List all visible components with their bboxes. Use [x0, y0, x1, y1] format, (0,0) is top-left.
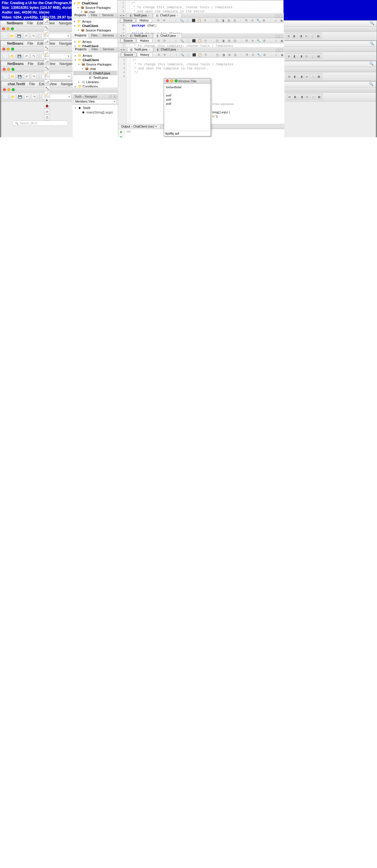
editor-tool-icon[interactable]: ⟲	[156, 18, 160, 22]
window-mode-button[interactable]: ◨	[299, 74, 303, 79]
tree-twisty[interactable]: ▸	[74, 20, 76, 23]
menu-netbeans[interactable]: NetBeans	[7, 41, 23, 45]
close-icon[interactable]: ×	[177, 14, 178, 17]
window-mode-button[interactable]: ◧	[292, 34, 297, 38]
editor-tab[interactable]: ◧ TestIt.java ×	[127, 47, 153, 52]
run-button[interactable]: 🔨	[44, 45, 50, 51]
panel-tab-files[interactable]: Files	[89, 47, 100, 52]
toolbar-button[interactable]: 📁	[10, 94, 16, 100]
editor-tool-icon[interactable]: ⚙	[262, 38, 266, 42]
tab-prev-icon[interactable]: ◀	[119, 34, 122, 37]
editor-tool-icon[interactable]: ⬛	[192, 18, 196, 22]
editor-tool-icon[interactable]: ⚙	[262, 18, 266, 22]
run-button[interactable]: ⏱	[44, 115, 50, 121]
toolbar-button[interactable]: 💾	[17, 53, 22, 59]
navigator-tree[interactable]: ▾ ◆ TestIt ◉ main(String[] args)	[72, 105, 118, 137]
minimize-icon[interactable]	[7, 88, 10, 91]
output-tab[interactable]: Output – ChatClient (run)×	[118, 124, 160, 129]
editor-tool-icon[interactable]: ◉	[280, 53, 284, 57]
editor-tool-icon[interactable]: ◫	[215, 18, 219, 22]
panel-tab-projects[interactable]: Projects	[72, 13, 88, 18]
editor-tool-icon[interactable]: ✓	[274, 18, 278, 22]
tree-twisty[interactable]: ▸	[74, 40, 77, 43]
tree-twisty[interactable]: ▾	[81, 67, 84, 70]
run-button[interactable]: ⎇	[44, 80, 50, 85]
tree-row[interactable]: ◉ main(String[] args)	[73, 110, 117, 114]
panel-tab-projects[interactable]: Projects	[72, 47, 89, 52]
menu-edit[interactable]: Edit	[38, 62, 44, 66]
window-mode-button[interactable]: ⊞	[287, 95, 292, 99]
editor-tool-icon[interactable]: ⊞	[227, 18, 231, 22]
tree-row[interactable]: ▸ 📁 Arrays	[72, 19, 117, 24]
editor-tab[interactable]: ◧ TestIt.java ×	[127, 33, 153, 38]
editor-tab[interactable]: ◧ ChatUI.java ×	[153, 13, 181, 18]
zoom-icon[interactable]	[11, 68, 14, 71]
window-mode-button[interactable]: ◫	[311, 95, 316, 99]
run-button[interactable]: ⎇	[44, 39, 50, 45]
editor-tool-icon[interactable]: ⟳	[162, 18, 166, 22]
panel-tab-files[interactable]: Files	[89, 33, 100, 38]
editor-tool-icon[interactable]: ↕	[174, 18, 178, 22]
close-icon[interactable]: ×	[148, 14, 149, 17]
editor-tool-icon[interactable]: 🔧	[256, 38, 261, 42]
menu-file[interactable]: File	[28, 62, 33, 66]
tree-row[interactable]: ◧ ChatUI.java	[73, 71, 117, 75]
toolbar-button[interactable]: 📁	[9, 33, 15, 39]
panel-tab-services[interactable]: Services	[100, 13, 116, 18]
panel-button[interactable]	[279, 35, 282, 38]
editor-tool-icon[interactable]: ◨	[221, 18, 225, 22]
tree-row[interactable]: ▸ 📁 Arrays	[73, 39, 117, 44]
tab-prev-icon[interactable]: ◀	[119, 48, 122, 51]
tree-row[interactable]: ▾ ◆ TestIt	[73, 105, 117, 110]
tree-row[interactable]: ▾ 📁 ChatClient	[73, 58, 117, 62]
editor-tool-icon[interactable]: ⟲	[157, 53, 161, 57]
toolbar-button[interactable]: ↶	[23, 33, 29, 39]
menu-edit[interactable]: Edit	[37, 41, 44, 45]
zoom-icon[interactable]	[12, 88, 15, 91]
toolbar-button[interactable]: 📁	[9, 53, 15, 59]
run-button[interactable]: 🔨	[43, 24, 49, 30]
editor-tab[interactable]: ◧ TestIt.java ×	[126, 13, 153, 18]
source-view-button[interactable]: Source	[121, 52, 137, 57]
editor-tool-icon[interactable]: ⊟	[233, 38, 237, 42]
menu-navigate[interactable]: Navigate	[59, 41, 73, 45]
tab-next-icon[interactable]: ▶	[123, 48, 126, 51]
run-button[interactable]: 🐞	[44, 103, 50, 109]
toolbar-button[interactable]: ↷	[31, 73, 37, 80]
editor-tool-icon[interactable]: ⧈	[250, 18, 254, 22]
editor-tool-icon[interactable]: ◨	[221, 38, 225, 42]
window-mode-button[interactable]: ◧	[293, 95, 298, 99]
toolbar-button[interactable]: 💾	[17, 94, 23, 100]
tab-next-icon[interactable]: ▶	[123, 34, 125, 37]
run-button[interactable]: ⎇	[44, 59, 50, 65]
panel-tab-services[interactable]: Services	[100, 33, 116, 38]
close-icon[interactable]	[3, 68, 6, 71]
zoom-icon[interactable]	[11, 27, 14, 30]
zoom-icon[interactable]	[175, 80, 178, 82]
tree-twisty[interactable]: ▾	[73, 2, 76, 5]
editor-tool-icon[interactable]: ⎘	[203, 18, 207, 22]
editor-tool-icon[interactable]: ⟲	[156, 38, 161, 42]
chat-window[interactable]: Window Title fasfasdfsdaf asdf asdf asdf	[164, 78, 211, 136]
close-icon[interactable]	[166, 80, 169, 82]
minimize-icon[interactable]	[7, 68, 10, 71]
panel-button[interactable]	[275, 15, 278, 18]
tree-twisty[interactable]: ▾	[77, 29, 80, 32]
tree-twisty[interactable]: ▾	[77, 6, 79, 9]
history-view-button[interactable]: History	[137, 18, 152, 23]
minimize-icon[interactable]: –	[109, 95, 112, 98]
tab-next-icon[interactable]: ▶	[122, 13, 125, 17]
window-mode-button[interactable]: ⊟	[305, 95, 310, 99]
toolbar-button[interactable]: ↷	[31, 94, 37, 100]
window-mode-button[interactable]: ⊟	[304, 74, 309, 79]
editor-tool-icon[interactable]: 📋	[198, 53, 202, 57]
editor-tool-icon[interactable]: ⧈	[251, 53, 255, 57]
editor-tab[interactable]: ◧ ChatUI.java ×	[153, 33, 182, 38]
toolbar-button[interactable]: ↶	[24, 94, 30, 100]
editor-tool-icon[interactable]: ◫	[215, 53, 220, 57]
editor-tool-icon[interactable]: ⧉	[244, 18, 249, 22]
editor-tool-icon[interactable]: ✓	[274, 53, 279, 57]
editor-tool-icon[interactable]: ⧉	[245, 38, 249, 42]
window-mode-button[interactable]: ◫	[311, 74, 315, 79]
toolbar-button[interactable]: ↷	[31, 53, 36, 59]
